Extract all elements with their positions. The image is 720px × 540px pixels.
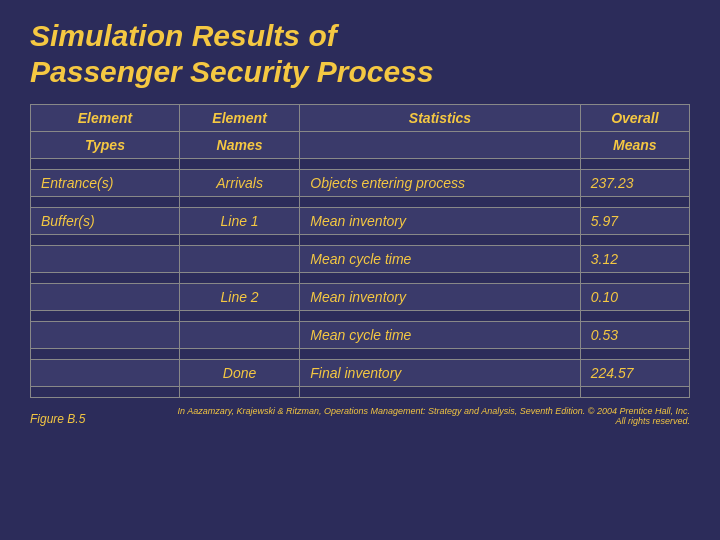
name-cell: Done	[179, 360, 299, 387]
col1-subheader: Types	[31, 132, 180, 159]
name-cell	[179, 322, 299, 349]
separator-row	[31, 349, 690, 360]
name-cell	[179, 246, 299, 273]
col1-header: Element	[31, 105, 180, 132]
col3-header: Statistics	[300, 105, 580, 132]
name-cell: Arrivals	[179, 170, 299, 197]
separator-row	[31, 235, 690, 246]
value-cell: 0.10	[580, 284, 689, 311]
col2-subheader: Names	[179, 132, 299, 159]
separator-row	[31, 311, 690, 322]
value-cell: 0.53	[580, 322, 689, 349]
col3-subheader	[300, 132, 580, 159]
separator-row	[31, 197, 690, 208]
data-table: Element Element Statistics Overall Types…	[30, 104, 690, 398]
stat-cell: Mean inventory	[300, 284, 580, 311]
type-cell: Buffer(s)	[31, 208, 180, 235]
name-cell: Line 1	[179, 208, 299, 235]
stat-cell: Final inventory	[300, 360, 580, 387]
final-separator-row	[31, 387, 690, 398]
table-row: Buffer(s) Line 1 Mean inventory 5.97	[31, 208, 690, 235]
table-row: Entrance(s) Arrivals Objects entering pr…	[31, 170, 690, 197]
stat-cell: Mean cycle time	[300, 322, 580, 349]
type-cell	[31, 360, 180, 387]
name-cell: Line 2	[179, 284, 299, 311]
value-cell: 237.23	[580, 170, 689, 197]
value-cell: 3.12	[580, 246, 689, 273]
footer: Figure B.5 In Aazamzary, Krajewski & Rit…	[30, 406, 690, 426]
type-cell: Entrance(s)	[31, 170, 180, 197]
col4-subheader: Means	[580, 132, 689, 159]
type-cell	[31, 284, 180, 311]
value-cell: 5.97	[580, 208, 689, 235]
page-title: Simulation Results of Passenger Security…	[30, 18, 690, 90]
type-cell	[31, 322, 180, 349]
separator-row	[31, 159, 690, 170]
table-row: Line 2 Mean inventory 0.10	[31, 284, 690, 311]
stat-cell: Mean inventory	[300, 208, 580, 235]
col4-header: Overall	[580, 105, 689, 132]
stat-cell: Objects entering process	[300, 170, 580, 197]
type-cell	[31, 246, 180, 273]
col2-header: Element	[179, 105, 299, 132]
table-header-row: Element Element Statistics Overall	[31, 105, 690, 132]
figure-label: Figure B.5	[30, 412, 85, 426]
table-row: Mean cycle time 3.12	[31, 246, 690, 273]
copyright-text: In Aazamzary, Krajewski & Ritzman, Opera…	[170, 406, 690, 426]
table-row: Mean cycle time 0.53	[31, 322, 690, 349]
table-subheader-row: Types Names Means	[31, 132, 690, 159]
table-row: Done Final inventory 224.57	[31, 360, 690, 387]
value-cell: 224.57	[580, 360, 689, 387]
stat-cell: Mean cycle time	[300, 246, 580, 273]
separator-row	[31, 273, 690, 284]
